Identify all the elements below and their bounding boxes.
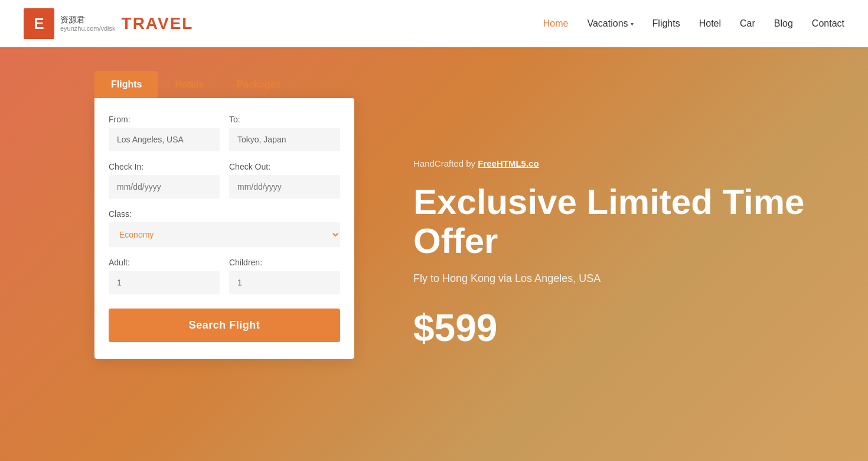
to-input[interactable] [229,128,340,151]
adult-group: Adult: [109,258,220,294]
from-label: From: [109,115,220,124]
nav-link-vacations[interactable]: Vacations [587,18,628,29]
handcrafted-label: HandCrafted by [413,158,475,168]
logo-chinese: 资源君 [60,15,116,25]
nav-item-contact[interactable]: Contact [812,18,844,29]
nav-link-blog[interactable]: Blog [774,18,793,28]
from-group: From: [109,115,220,151]
to-label: To: [229,115,340,124]
search-flight-button[interactable]: Search Flight [109,309,340,342]
nav-link-hotel[interactable]: Hotel [699,18,721,28]
nav-item-hotel[interactable]: Hotel [699,18,721,29]
logo-area: E 资源君 eyunzhu.com/vdisk TRAVEL [24,8,193,39]
nav-link-car[interactable]: Car [740,18,755,28]
nav-item-flights[interactable]: Flights [652,18,680,29]
nav-link-home[interactable]: Home [543,18,569,28]
offer-subtitle: Fly to Hong Kong via Los Angeles, USA [413,272,821,285]
nav-item-home[interactable]: Home [543,18,569,29]
logo-letter: E [34,15,44,33]
tab-flights[interactable]: Flights [94,71,158,98]
from-to-row: From: To: [109,115,340,151]
form-card: From: To: Check In: Check Out: [94,98,354,359]
children-label: Children: [229,258,340,267]
chevron-down-icon: ▾ [631,21,634,27]
nav-link-flights[interactable]: Flights [652,18,680,28]
offer-title: Exclusive Limited Time Offer [413,183,821,261]
logo-sub: 资源君 eyunzhu.com/vdisk [60,15,116,33]
checkin-input[interactable] [109,175,220,199]
class-select[interactable]: Economy Business First Class [109,222,340,247]
adult-label: Adult: [109,258,220,267]
checkin-label: Check In: [109,162,220,171]
class-row: Class: Economy Business First Class [109,209,340,247]
to-group: To: [229,115,340,151]
tab-hotels[interactable]: Hotels [158,71,220,98]
logo-travel: TRAVEL [122,14,194,33]
nav-item-car[interactable]: Car [740,18,755,29]
nav-item-vacations[interactable]: Vacations ▾ [587,18,633,29]
nav-link-contact[interactable]: Contact [812,18,844,28]
hero-section: Flights Hotels Packages From: To: Check … [0,47,868,461]
navbar: E 资源君 eyunzhu.com/vdisk TRAVEL Home Vaca… [0,0,868,47]
checkout-label: Check Out: [229,162,340,171]
checkin-group: Check In: [109,162,220,199]
handcrafted-link[interactable]: FreeHTML5.co [478,158,539,168]
offer-price: $599 [413,306,821,350]
search-panel: Flights Hotels Packages From: To: Check … [94,71,354,437]
date-row: Check In: Check Out: [109,162,340,199]
from-input[interactable] [109,128,220,151]
checkout-input[interactable] [229,175,340,199]
checkout-group: Check Out: [229,162,340,199]
children-input[interactable] [229,271,340,294]
tab-packages[interactable]: Packages [220,71,297,98]
nav-item-blog[interactable]: Blog [774,18,793,29]
hero-content: HandCrafted by FreeHTML5.co Exclusive Li… [354,47,868,461]
class-label: Class: [109,209,340,219]
logo-box: E [24,8,54,39]
children-group: Children: [229,258,340,294]
nav-links: Home Vacations ▾ Flights Hotel Car Blog … [543,18,844,29]
passengers-row: Adult: Children: [109,258,340,294]
tab-bar: Flights Hotels Packages [94,71,354,98]
adult-input[interactable] [109,271,220,294]
logo-domain: eyunzhu.com/vdisk [60,25,116,33]
handcrafted-text: HandCrafted by FreeHTML5.co [413,158,821,168]
